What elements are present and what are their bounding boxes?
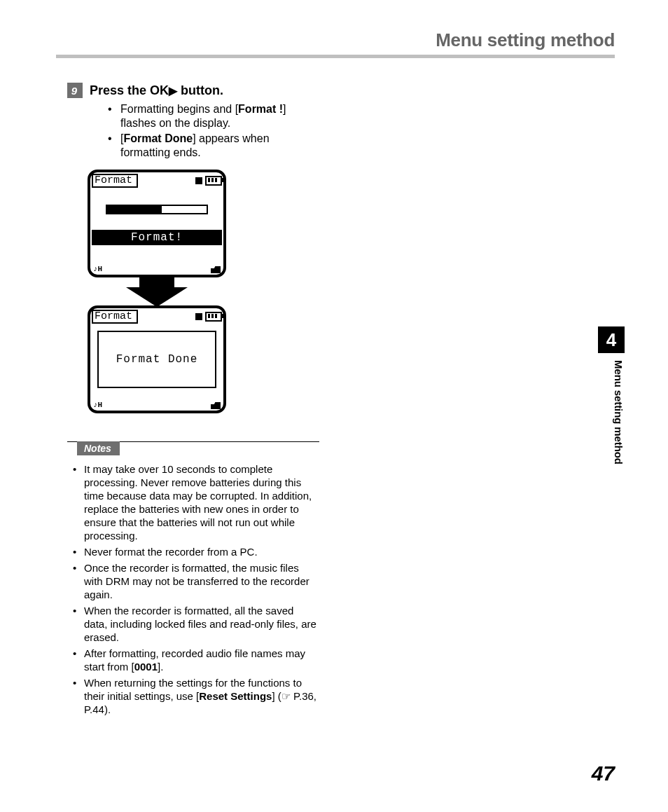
note-text: Once the recorder is formatted, the musi… [84,562,309,600]
lcd-status-icons [195,176,222,186]
manual-page: Menu setting method 4 Menu setting metho… [0,0,668,812]
page-header-title: Menu setting method [436,29,615,51]
list-item: Once the recorder is formatted, the musi… [70,561,319,601]
lcd-titlebar: Format [92,310,222,324]
ok-button-label: OK [150,83,169,97]
lcd-footer: ♪H [93,263,221,273]
notes-list: It may take over 10 seconds to complete … [67,462,319,716]
step-number: 9 [71,85,77,97]
list-item: [Format Done] appears when formatting en… [108,132,321,160]
note-text: Never format the recorder from a PC. [84,546,258,558]
lcd-screen-done: Format Format Done ♪H [88,305,226,413]
text: ]. [158,661,163,673]
lcd-message: Format Done [97,331,216,388]
format-done-label: Format Done [123,132,193,144]
step-text: Press the OK▶ button. [90,83,223,98]
chapter-number-badge: 4 [598,326,625,353]
lcd-status-icons [195,312,222,322]
text: After formatting, recorded audio file na… [84,647,305,673]
step-instruction: 9 Press the OK▶ button. [67,83,321,98]
lcd-title: Format [92,310,138,324]
notes-badge: Notes [77,441,120,455]
format-excl-label: Format ! [238,103,283,115]
progress-bar [106,205,208,214]
battery-icon [205,176,222,186]
progress-fill [107,206,162,213]
chapter-side-label: Menu setting method [598,360,625,465]
lcd-banner: Format! [92,230,222,245]
page-number: 47 [592,762,615,785]
lcd-screen-formatting: Format Format! ♪H [88,170,226,277]
reset-settings-label: Reset Settings [199,690,272,702]
filename-0001: 0001 [134,661,158,673]
note-text: It may take over 10 seconds to complete … [84,463,312,542]
stop-icon [195,177,202,184]
mic-quality-icon: ♪H [93,401,102,409]
folder-icon [211,402,221,409]
list-item: When returning the settings for the func… [70,676,319,716]
note-text: When the recorder is formatted, all the … [84,605,316,643]
step-prefix: Press the [90,83,150,97]
list-item: Formatting begins and [Format !] flashes… [108,102,321,130]
step-number-badge: 9 [67,83,83,98]
chapter-number: 4 [606,329,616,351]
stop-icon [195,313,202,320]
content-column: 9 Press the OK▶ button. Formatting begin… [67,83,321,719]
lcd-titlebar: Format [92,174,222,188]
list-item: After formatting, recorded audio file na… [70,647,319,673]
folder-icon [211,266,221,273]
lcd-title: Format [92,174,138,188]
step-suffix: button. [177,83,223,97]
list-item: It may take over 10 seconds to complete … [70,462,319,542]
lcd-illustration-group: Format Format! ♪H [87,170,227,413]
header-divider [56,55,615,58]
text: Formatting begins and [ [120,103,238,115]
notes-section: Notes It may take over 10 seconds to com… [67,441,319,716]
step-detail-list: Formatting begins and [Format !] flashes… [108,102,321,160]
play-icon: ▶ [169,85,177,97]
list-item: When the recorder is formatted, all the … [70,604,319,644]
list-item: Never format the recorder from a PC. [70,545,319,558]
mic-quality-icon: ♪H [93,265,102,273]
arrow-down-icon [87,276,227,307]
lcd-footer: ♪H [93,399,221,409]
battery-icon [205,312,222,322]
